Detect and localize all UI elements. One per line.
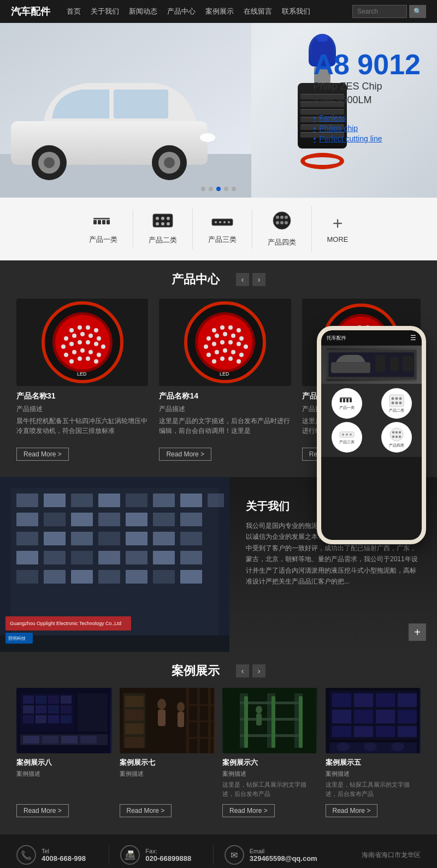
svg-point-30 xyxy=(273,212,291,229)
search-input[interactable] xyxy=(352,5,407,18)
nav-link-products[interactable]: 产品中心 xyxy=(167,7,196,16)
svg-rect-157 xyxy=(71,513,93,526)
nav-link-message[interactable]: 在线留言 xyxy=(244,7,272,16)
case-readmore-4[interactable]: Read More > xyxy=(326,804,378,817)
cases-prev-btn[interactable]: ‹ xyxy=(236,664,249,677)
product-card-2: LED 产品名称14 产品描述 这里是产品的文字描述，后台发布产品时进行编辑，前… xyxy=(159,299,291,461)
svg-text:照明科技: 照明科技 xyxy=(8,636,26,641)
case-label-4: 案例描述 xyxy=(326,770,421,778)
svg-rect-160 xyxy=(153,513,175,526)
svg-point-81 xyxy=(237,342,241,346)
svg-point-253 xyxy=(364,742,377,751)
svg-rect-204 xyxy=(42,736,58,744)
svg-point-9 xyxy=(164,157,175,168)
category-icon-1 xyxy=(92,214,114,231)
product-name-1: 产品名称31 xyxy=(16,391,148,401)
svg-rect-120 xyxy=(390,358,399,371)
svg-text:LED: LED xyxy=(220,371,229,377)
svg-rect-195 xyxy=(36,705,46,714)
svg-rect-233 xyxy=(271,696,275,748)
case-desc-3: 这里是，钻探工具展示的文字描述，后台发布产品 xyxy=(222,780,318,800)
product-image-1: LED xyxy=(16,299,148,386)
category-item-1[interactable]: 产品一类 xyxy=(74,210,133,249)
category-item-2[interactable]: 产品二类 xyxy=(133,209,193,249)
tel-value: 4008-668-998 xyxy=(42,854,86,863)
nav-link-cases[interactable]: 案例展示 xyxy=(205,7,234,16)
phone-overlay: 托车配件 ☰ xyxy=(317,326,426,544)
search-button[interactable]: 🔍 xyxy=(409,5,426,18)
svg-rect-147 xyxy=(16,494,38,507)
products-prev-btn[interactable]: ‹ xyxy=(236,273,249,286)
hero-dot-3[interactable] xyxy=(216,187,221,191)
svg-rect-199 xyxy=(36,715,46,723)
svg-point-49 xyxy=(61,344,66,349)
nav-link-news[interactable]: 新闻动态 xyxy=(129,7,157,16)
svg-point-67 xyxy=(198,315,252,370)
svg-rect-159 xyxy=(126,513,147,526)
case-name-1: 案例展示八 xyxy=(16,758,112,768)
nav-link-about[interactable]: 关于我们 xyxy=(91,7,119,16)
nav-link-home[interactable]: 首页 xyxy=(67,7,81,16)
case-readmore-1[interactable]: Read More > xyxy=(16,804,69,817)
products-next-btn[interactable]: › xyxy=(252,273,265,286)
hero-dot-5[interactable] xyxy=(232,187,236,191)
svg-rect-121 xyxy=(403,356,414,372)
svg-point-10 xyxy=(200,133,215,142)
about-plus-btn[interactable]: + xyxy=(409,623,426,641)
cases-nav: ‹ › xyxy=(236,664,265,677)
svg-rect-118 xyxy=(331,362,370,373)
svg-rect-206 xyxy=(80,736,97,744)
category-icon-2 xyxy=(152,213,174,232)
nav-link-contact[interactable]: 联系我们 xyxy=(282,7,310,16)
svg-rect-156 xyxy=(44,513,66,526)
svg-point-48 xyxy=(97,336,101,341)
category-label-2: 产品二类 xyxy=(149,235,177,245)
svg-point-23 xyxy=(161,222,164,225)
case-readmore-2[interactable]: Read More > xyxy=(120,804,172,817)
category-item-4[interactable]: 产品四类 xyxy=(252,206,312,252)
svg-point-21 xyxy=(167,217,170,220)
svg-point-54 xyxy=(101,344,105,349)
hero-dot-4[interactable] xyxy=(224,187,228,191)
hero-dot-1[interactable] xyxy=(201,187,205,191)
contact-email: ✉ Email 329465598@qq.com xyxy=(225,845,328,865)
svg-point-140 xyxy=(395,431,397,433)
category-more[interactable]: + MORE xyxy=(312,210,364,248)
svg-point-86 xyxy=(231,350,235,354)
svg-point-29 xyxy=(228,221,230,223)
svg-point-41 xyxy=(78,325,82,330)
svg-rect-171 xyxy=(71,551,93,564)
hero-dot-2[interactable] xyxy=(209,187,213,191)
svg-rect-224 xyxy=(186,737,214,739)
hero-feature-3: Perfect cutting line xyxy=(313,134,421,143)
svg-rect-181 xyxy=(153,570,175,584)
svg-rect-249 xyxy=(376,726,395,737)
case-readmore-3[interactable]: Read More > xyxy=(222,804,275,817)
svg-rect-148 xyxy=(44,494,66,507)
svg-point-85 xyxy=(223,348,227,353)
case-desc-4: 这里是，钻探工具展示的文字描述，后台发布产品 xyxy=(326,780,421,800)
cases-next-btn[interactable]: › xyxy=(252,664,265,677)
svg-rect-243 xyxy=(332,710,351,723)
svg-rect-172 xyxy=(98,551,120,564)
svg-point-47 xyxy=(88,334,93,338)
svg-point-51 xyxy=(78,340,82,344)
svg-rect-3 xyxy=(114,90,168,118)
category-label-4: 产品四类 xyxy=(268,237,296,247)
svg-point-88 xyxy=(212,359,216,364)
product-readmore-2[interactable]: Read More > xyxy=(159,448,211,461)
svg-point-19 xyxy=(156,217,159,220)
category-item-3[interactable]: 产品三类 xyxy=(193,210,252,249)
svg-rect-223 xyxy=(186,721,214,722)
svg-rect-194 xyxy=(23,705,34,714)
nav-logo: 汽车配件 xyxy=(11,5,50,18)
svg-rect-205 xyxy=(61,736,78,744)
svg-rect-214 xyxy=(125,737,144,748)
svg-rect-247 xyxy=(332,726,351,737)
contact-tel-info: Tel 4008-668-998 xyxy=(42,848,86,863)
phone-categories: 产品一类 产品二类 产品三类 xyxy=(321,384,422,457)
svg-point-77 xyxy=(204,344,208,349)
product-readmore-1[interactable]: Read More > xyxy=(16,448,69,461)
hero-text: A8 9012 Philip ZES Chip 25W 3500LM Fanle… xyxy=(313,50,421,145)
case-card-3: 案例展示六 案例描述 这里是，钻探工具展示的文字描述，后台发布产品 Read M… xyxy=(222,688,318,817)
